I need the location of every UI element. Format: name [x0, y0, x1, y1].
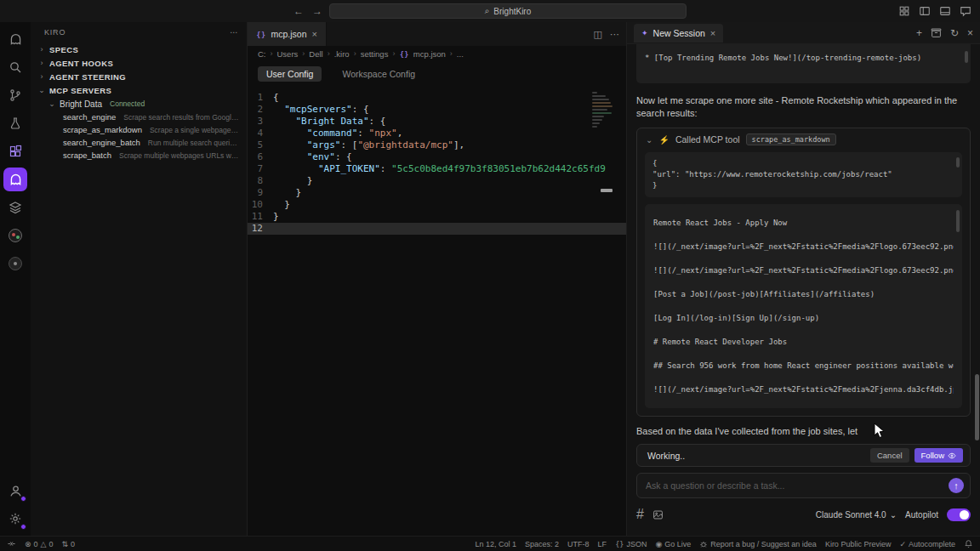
mcp-tool-search-engine-batch[interactable]: search_engine_batch Run multiple search …	[31, 136, 247, 149]
mcp-server-bright-data[interactable]: ⌄ Bright Data Connected	[31, 97, 247, 111]
sidebar-section-specs[interactable]: › SPECS	[31, 43, 247, 56]
tool-input-block: { "url": "https://www.remoterocketship.c…	[645, 152, 962, 197]
scrollbar-thumb[interactable]	[965, 51, 968, 63]
sidebar-more-icon[interactable]: ⋯	[230, 28, 238, 37]
chat-panel: ✦ New Session × + ↻ × * [Top Trending Re…	[627, 22, 980, 536]
cancel-button[interactable]: Cancel	[870, 448, 909, 463]
chat-body: * [Top Trending Remote Jobs New!](/top-t…	[627, 44, 980, 536]
chat-tab-close-icon[interactable]: ×	[710, 28, 715, 38]
panel-close-icon[interactable]: ×	[967, 27, 973, 39]
warning-icon: △	[41, 540, 47, 548]
remote-status-icon[interactable]	[7, 539, 16, 548]
mono-line: ![](/_next/image?url=%2F_next%2Fstatic%2…	[653, 258, 954, 282]
scrollbar-thumb[interactable]	[956, 157, 960, 168]
follow-button[interactable]: Follow	[914, 448, 963, 463]
test-flask-icon[interactable]	[3, 111, 27, 135]
command-search-box[interactable]: ⌕ BrightKiro	[329, 3, 687, 19]
workspace-title: BrightKiro	[493, 7, 531, 16]
line-number: 12	[248, 223, 273, 235]
panel-left-icon[interactable]	[919, 5, 931, 17]
kiro-logo-icon[interactable]	[3, 27, 27, 51]
tab-user-config[interactable]: User Config	[258, 66, 322, 82]
chat-tab-label: New Session	[653, 28, 705, 38]
sessions-archive-icon[interactable]	[931, 27, 942, 38]
nav-forward-icon[interactable]: →	[312, 5, 322, 17]
code-line[interactable]: 2 "mcpServers": {	[248, 104, 626, 116]
mcp-tool-scrape-batch[interactable]: scrape_batch Scrape multiple webpages UR…	[31, 149, 247, 162]
code-line[interactable]: 6 "env": {	[248, 151, 626, 163]
minimap[interactable]	[592, 92, 614, 129]
source-control-icon[interactable]	[3, 83, 27, 107]
scrollbar-thumb[interactable]	[601, 189, 612, 192]
mono-line: ![](/_next/image?url=%2F_next%2Fstatic%2…	[653, 235, 954, 258]
editor-tab-bar: {} mcp.json × ◫ ⋯	[248, 22, 626, 46]
line-number: 1	[248, 92, 273, 104]
send-button[interactable]: ↑	[949, 478, 964, 493]
tab-workspace-config[interactable]: Workspace Config	[333, 66, 424, 82]
context-hash-icon[interactable]: #	[636, 507, 644, 522]
search-sidebar-icon[interactable]	[3, 55, 27, 79]
nav-back-icon[interactable]: ←	[293, 5, 304, 17]
code-line[interactable]: 4 "command": "npx",	[248, 128, 626, 139]
notifications-bell-icon[interactable]	[964, 539, 973, 548]
code-line[interactable]: 9 }	[248, 187, 626, 199]
go-live-button[interactable]: ◉ Go Live	[655, 540, 691, 548]
report-bug-button[interactable]: Report a bug / Suggest an idea	[699, 540, 817, 548]
language-indicator[interactable]: {} JSON	[615, 540, 647, 548]
eol-indicator[interactable]: LF	[598, 540, 607, 548]
code-line[interactable]: 7 "API_TOKEN": "5c5c0b8ed4f97b3f83051eb7…	[248, 163, 626, 175]
bug-icon	[699, 540, 708, 548]
new-chat-icon[interactable]: +	[916, 27, 922, 39]
line-col-indicator[interactable]: Ln 12, Col 1	[476, 540, 517, 548]
extensions-icon[interactable]	[3, 139, 27, 163]
code-line[interactable]: 1{	[248, 92, 626, 104]
tab-close-icon[interactable]: ×	[311, 29, 316, 39]
kiro-preview-label[interactable]: Kiro Public Preview	[825, 540, 892, 548]
code-line[interactable]: 5 "args": ["@brightdata/mcp"],	[248, 139, 626, 151]
sidebar-section-agent-hooks[interactable]: › AGENT HOOKS	[31, 56, 247, 70]
account-badge	[20, 496, 26, 502]
sidebar-section-agent-steering[interactable]: › AGENT STEERING	[31, 70, 247, 83]
code-line[interactable]: 10 }	[248, 199, 626, 211]
tool-call-header[interactable]: ⌄ ⚡ Called MCP tool scrape_as_markdown	[637, 128, 970, 151]
database-logo-icon[interactable]	[3, 224, 27, 247]
encoding-indicator[interactable]: UTF-8	[567, 540, 590, 548]
settings-gear-icon[interactable]	[3, 507, 27, 531]
code-line[interactable]: 3 "Bright Data": {	[248, 116, 626, 128]
breadcrumb[interactable]: C:› Users› Dell› .kiro› settings› {} mcp…	[248, 46, 626, 61]
globe-logo-icon[interactable]	[3, 252, 27, 276]
code-line[interactable]: 8 }	[248, 175, 626, 187]
panel-bottom-icon[interactable]	[939, 5, 951, 17]
ports-indicator[interactable]: ⇅ 0	[62, 540, 76, 548]
history-icon[interactable]: ↻	[950, 27, 959, 39]
code-editor[interactable]: 1{2 "mcpServers": {3 "Bright Data": {4 "…	[248, 87, 626, 536]
problems-indicator[interactable]: ⊗ 0 △ 0	[25, 540, 54, 548]
sidebar-section-mcp-servers[interactable]: ⌄ MCP SERVERS	[31, 83, 247, 97]
chat-icon[interactable]	[960, 5, 971, 17]
layout-grid-icon[interactable]	[898, 5, 910, 17]
chat-footer: # Claude Sonnet 4.0 ⌄ Autopilot	[636, 504, 971, 525]
sparkle-icon: ✦	[641, 29, 648, 37]
broadcast-icon: ◉	[655, 540, 662, 548]
tab-mcp-json[interactable]: {} mcp.json ×	[248, 22, 327, 46]
indentation-indicator[interactable]: Spaces: 2	[525, 540, 559, 548]
model-selector[interactable]: Claude Sonnet 4.0 ⌄	[816, 510, 897, 520]
code-line[interactable]: 11}	[248, 211, 626, 223]
scrollbar-thumb[interactable]	[956, 210, 960, 232]
autocomplete-indicator[interactable]: ✓ Autocomplete	[899, 540, 955, 548]
kiro-agent-icon[interactable]	[3, 168, 27, 191]
json-file-icon: {}	[399, 49, 408, 59]
split-editor-icon[interactable]: ◫	[594, 29, 602, 40]
mcp-tool-search-engine[interactable]: search_engine Scrape search results from…	[31, 111, 247, 123]
code-line[interactable]: 12	[248, 223, 626, 235]
tab-new-session[interactable]: ✦ New Session ×	[634, 24, 723, 43]
search-icon: ⌕	[485, 6, 490, 16]
editor-more-icon[interactable]: ⋯	[610, 29, 619, 40]
chat-input[interactable]	[646, 480, 949, 491]
layers-icon[interactable]	[3, 196, 27, 219]
account-icon[interactable]	[3, 479, 27, 503]
mcp-tool-scrape-as-markdown[interactable]: scrape_as_markdown Scrape a single webpa…	[31, 123, 247, 136]
autopilot-toggle[interactable]	[947, 508, 971, 521]
panel-scrollbar-thumb[interactable]	[975, 374, 979, 440]
attach-image-icon[interactable]	[652, 509, 664, 520]
